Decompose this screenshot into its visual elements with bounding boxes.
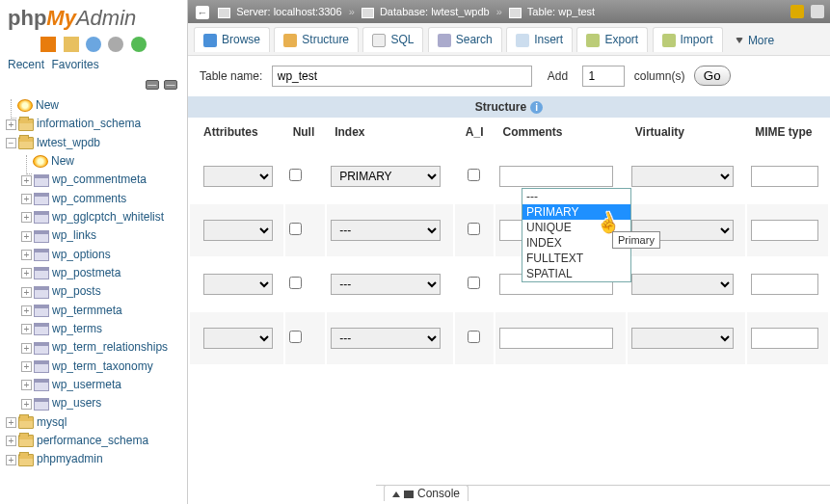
virtuality-select[interactable] [631,220,734,241]
null-checkbox[interactable] [289,331,302,343]
attributes-select[interactable] [203,220,273,241]
tree-toggle[interactable]: − [6,138,16,148]
index-dropdown-list[interactable]: ---PRIMARYUNIQUEINDEXFULLTEXTSPATIAL [522,188,631,282]
null-checkbox[interactable] [289,223,302,235]
attributes-select[interactable] [203,274,273,295]
tree-toggle[interactable]: + [6,455,16,465]
tree-db[interactable]: mysql [37,415,67,429]
index-option[interactable]: UNIQUE [522,220,630,235]
tab-structure[interactable]: Structure [274,27,359,52]
virtuality-select[interactable] [631,166,734,187]
tree-toggle[interactable]: + [6,436,16,446]
index-option[interactable]: --- [522,189,630,204]
mime-input[interactable] [751,274,818,295]
tab-more[interactable]: More [727,29,783,52]
tree-table[interactable]: wp_postmeta [52,266,120,279]
mime-input[interactable] [751,328,818,349]
tree-table[interactable]: wp_terms [52,322,102,335]
attributes-select[interactable] [203,166,273,187]
tree-table[interactable]: wp_gglcptch_whitelist [52,210,164,224]
ai-checkbox[interactable] [468,331,480,343]
bc-db-link[interactable]: lwtest_wpdb [431,6,490,17]
tree-table[interactable]: wp_term_relationships [52,341,168,355]
tree-new-table[interactable]: New [51,154,74,168]
tree-table[interactable]: wp_term_taxonomy [52,359,153,373]
console-toggle[interactable]: Console [384,485,469,501]
tree-toggle[interactable]: + [21,212,32,223]
nav-back-icon[interactable]: ← [196,6,209,19]
collapse-tree-icon[interactable]: — [146,80,159,90]
tree-new-db[interactable]: New [36,98,59,112]
tree-toggle[interactable]: + [21,231,32,242]
tab-import[interactable]: Import [653,27,723,52]
lock-icon[interactable] [790,5,804,18]
page-settings-icon[interactable] [811,5,824,18]
tree-db[interactable]: information_schema [37,118,141,131]
index-select[interactable]: --- [331,274,441,295]
tablename-input[interactable] [272,66,532,87]
tree-table[interactable]: wp_comments [52,192,126,205]
tree-toggle[interactable]: + [21,250,32,260]
recent-link[interactable]: Recent [8,58,44,71]
tree-table[interactable]: wp_commentmeta [52,173,147,187]
tree-table[interactable]: wp_links [52,229,96,243]
ai-checkbox[interactable] [468,223,480,235]
ai-checkbox[interactable] [468,169,480,181]
tree-db[interactable]: performance_schema [37,434,148,447]
tree-table[interactable]: wp_termmeta [52,304,122,317]
ai-checkbox[interactable] [468,277,480,289]
index-option[interactable]: SPATIAL [522,266,630,281]
settings-icon[interactable] [108,37,123,52]
tab-insert[interactable]: Insert [506,27,573,52]
bc-table-link[interactable]: wp_test [558,6,595,17]
favorites-link[interactable]: Favorites [51,58,98,71]
logo[interactable]: phpMyAdmin [0,0,187,35]
index-option[interactable]: PRIMARY [522,204,630,220]
index-option[interactable]: INDEX [522,235,630,251]
reload-icon[interactable] [131,37,147,52]
null-checkbox[interactable] [289,169,302,181]
attributes-select[interactable] [203,328,273,349]
comments-input[interactable] [499,166,613,187]
comments-input[interactable] [499,328,613,349]
tree-toggle[interactable]: + [21,399,32,410]
tree-toggle[interactable]: + [21,305,32,316]
tree-toggle[interactable]: + [21,268,32,279]
tree-toggle[interactable]: + [21,287,32,298]
tree-table[interactable]: wp_users [52,397,101,411]
go-button[interactable]: Go [694,66,731,86]
tree-toggle[interactable]: + [21,343,32,354]
tree-toggle[interactable]: + [21,175,32,186]
tree-db[interactable]: lwtest_wpdb [37,136,100,149]
database-icon[interactable] [64,37,79,52]
tree-toggle[interactable]: + [6,417,16,428]
tab-sql[interactable]: SQL [362,27,423,52]
tab-export[interactable]: Export [576,27,648,52]
null-checkbox[interactable] [289,277,302,289]
bc-server-link[interactable]: localhost:3306 [274,6,342,17]
add-columns-input[interactable] [582,66,625,87]
tree-table[interactable]: wp_usermeta [52,378,121,391]
tree-toggle[interactable]: + [21,361,32,372]
tree-table[interactable]: wp_options [52,248,111,261]
mime-input[interactable] [751,220,818,241]
index-select[interactable]: --- [331,220,441,241]
collapse-panel-icon[interactable]: — [164,80,177,90]
tab-search[interactable]: Search [428,27,502,52]
home-icon[interactable] [40,37,56,52]
info-icon[interactable]: i [530,101,543,114]
tree-db[interactable]: phpmyadmin [37,453,103,466]
help-icon[interactable] [86,37,101,52]
virtuality-select[interactable] [631,328,734,349]
tab-browse[interactable]: Browse [194,27,270,52]
mime-input[interactable] [751,166,818,187]
tree-table[interactable]: wp_posts [52,285,101,299]
tree-toggle[interactable]: + [21,324,32,334]
tree-toggle[interactable]: + [6,119,16,130]
index-option[interactable]: FULLTEXT [522,251,630,266]
tree-toggle[interactable]: + [21,380,32,390]
virtuality-select[interactable] [631,274,734,295]
index-select[interactable]: PRIMARY [331,166,441,187]
tree-toggle[interactable]: + [21,194,32,204]
index-select[interactable]: --- [331,328,441,349]
